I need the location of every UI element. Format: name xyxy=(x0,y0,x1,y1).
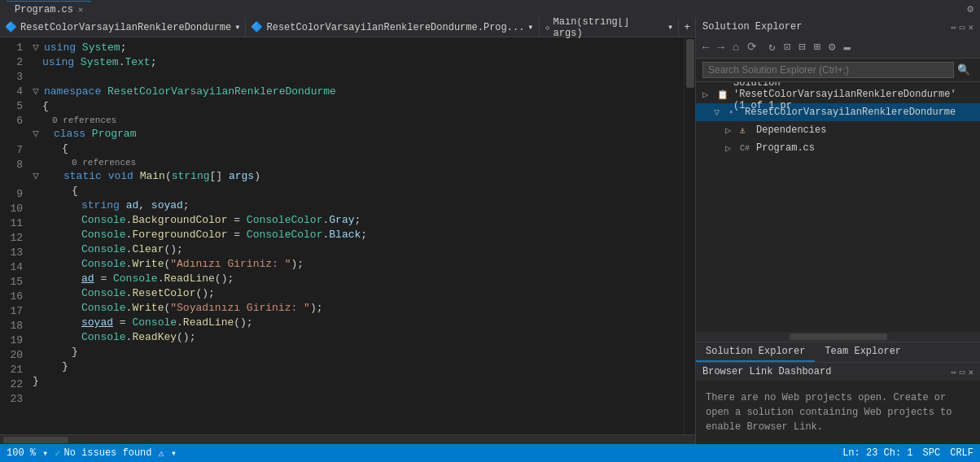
code-line-20: } xyxy=(29,345,684,360)
close-icon[interactable]: ✕ xyxy=(968,22,973,33)
warning-dropdown[interactable]: ▾ xyxy=(171,447,177,460)
solution-explorer-header: Solution Explorer ⇔ ▭ ✕ xyxy=(696,18,980,36)
panel-header-icons: ⇔ ▭ ✕ xyxy=(951,22,973,33)
settings-sol-icon[interactable]: ⚙ xyxy=(825,38,838,55)
pin-icon[interactable]: ⇔ xyxy=(951,22,956,33)
code-editor[interactable]: ▽using System; using System.Text; ▽names… xyxy=(29,37,684,434)
back-icon[interactable]: ← xyxy=(699,39,712,55)
code-line-4: ▽namespace ResetColorVarsayilanRenklereD… xyxy=(29,85,684,99)
status-left: 100 % ▾ ✓ No issues found ⚠ ▾ xyxy=(7,447,177,460)
code-line-5: { xyxy=(29,99,684,114)
program-cs-node[interactable]: ▷ C# Program.cs xyxy=(696,139,980,157)
sol-horizontal-scrollbar[interactable] xyxy=(696,332,980,342)
program-cs-icon: C# xyxy=(740,144,753,153)
home-icon[interactable]: ⌂ xyxy=(729,39,742,55)
code-line-14: Console.Write("Adınızı Giriniz: "); xyxy=(29,257,684,272)
refresh-icon[interactable]: ↻ xyxy=(765,38,778,55)
ln3: 3 xyxy=(0,70,23,85)
horizontal-scrollbar[interactable] xyxy=(0,434,695,444)
collapse-8[interactable]: ▽ xyxy=(33,169,42,184)
filter-icon[interactable]: ⊡ xyxy=(781,38,794,55)
tab-close-icon[interactable]: ✕ xyxy=(78,5,83,15)
status-right: Ln: 23 Ch: 1 SPC CRLF xyxy=(842,447,973,459)
sol-hscroll-thumb xyxy=(790,333,887,340)
browser-link-icons: ⇔ ▭ ✕ xyxy=(951,367,973,377)
code-line-1: ▽using System; xyxy=(29,41,684,55)
browser-link-content: There are no Web projects open. Create o… xyxy=(696,381,980,444)
main-area: 🔷 ResetColorVarsayilanRenklereDondurme ▾… xyxy=(0,18,980,444)
code-line-19: Console.ReadKey(); xyxy=(29,330,684,345)
class-dropdown[interactable]: 🔷 ResetColorVarsayilanRenklereDondurme.P… xyxy=(246,18,539,37)
warning-icon[interactable]: ⚠ xyxy=(159,447,164,460)
spc-indicator[interactable]: SPC xyxy=(923,447,941,459)
collapse-6[interactable]: ▽ xyxy=(33,127,42,142)
line-col: Ln: 23 Ch: 1 xyxy=(842,447,912,459)
browser-pin-icon[interactable]: ⇔ xyxy=(951,367,956,377)
maximize-icon[interactable]: ▭ xyxy=(960,22,965,33)
search-solution-box: 🔍 xyxy=(696,59,980,82)
hscroll-thumb xyxy=(3,437,68,443)
forward-icon[interactable]: → xyxy=(714,39,727,55)
project-icon: ▪ xyxy=(728,107,742,117)
status-bar: 100 % ▾ ✓ No issues found ⚠ ▾ Ln: 23 Ch:… xyxy=(0,444,980,462)
tab-solution-explorer[interactable]: Solution Explorer xyxy=(696,342,815,362)
namespace-dropdown[interactable]: 🔷 ResetColorVarsayilanRenklereDondurme ▾ xyxy=(0,18,246,37)
project-label: ResetColorVarsayilanRenklereDondurme xyxy=(745,107,956,118)
ln18: 18 xyxy=(0,319,23,333)
more-icon[interactable]: ▬ xyxy=(840,39,853,55)
code-line-16: Console.ResetColor(); xyxy=(29,286,684,301)
code-area[interactable]: 1 2 3 4 5 6 7 8 9 10 11 12 13 14 15 16 1… xyxy=(0,37,695,434)
class-chevron: ▾ xyxy=(527,21,533,33)
method-label: Main(string[] args) xyxy=(553,18,664,39)
editor-toolbar: 🔷 ResetColorVarsayilanRenklereDondurme ▾… xyxy=(0,18,695,37)
zoom-dropdown[interactable]: ▾ xyxy=(42,447,48,460)
code-line-ref2: 0 references xyxy=(29,156,684,169)
ln13: 13 xyxy=(0,246,23,260)
dependencies-icon: ⚓ xyxy=(740,125,753,136)
zoom-level[interactable]: 100 % xyxy=(7,447,36,459)
collapse-4[interactable]: ▽ xyxy=(33,85,42,99)
solution-tree: ▷ 📋 Solution 'ResetColorVarsayilanRenkle… xyxy=(696,82,980,332)
collapse-all-icon[interactable]: ⊟ xyxy=(795,38,808,55)
search-solution-icon[interactable]: 🔍 xyxy=(954,62,973,78)
settings-icon[interactable]: ⚙ xyxy=(967,2,973,15)
class-icon: 🔷 xyxy=(251,21,263,33)
code-line-8: ▽static void Main(string[] args) xyxy=(29,169,684,184)
search-solution-input[interactable] xyxy=(702,62,954,78)
ln17: 17 xyxy=(0,304,23,319)
line-numbers: 1 2 3 4 5 6 7 8 9 10 11 12 13 14 15 16 1… xyxy=(0,37,29,434)
panel-tabs: Solution Explorer Team Explorer xyxy=(696,342,980,362)
crlf-indicator[interactable]: CRLF xyxy=(950,447,973,459)
right-panel: Solution Explorer ⇔ ▭ ✕ ← → ⌂ ⟳ ↻ ⊡ ⊟ ⊞ … xyxy=(695,18,980,444)
ln1: 1 xyxy=(0,41,23,55)
namespace-icon: 🔷 xyxy=(5,21,17,33)
code-line-3 xyxy=(29,70,684,85)
editor-tab[interactable]: Program.cs ✕ xyxy=(7,1,91,18)
namespace-chevron: ▾ xyxy=(234,21,240,33)
vertical-scrollbar[interactable] xyxy=(684,37,695,434)
solution-node[interactable]: ▷ 📋 Solution 'ResetColorVarsayilanRenkle… xyxy=(696,85,980,103)
ln11: 11 xyxy=(0,216,23,231)
browser-maximize-icon[interactable]: ▭ xyxy=(960,367,965,377)
code-line-17: Console.Write("Soyadınızı Giriniz: "); xyxy=(29,301,684,316)
view-icon[interactable]: ⊞ xyxy=(811,38,824,55)
browser-close-icon[interactable]: ✕ xyxy=(968,367,973,377)
editor-container: 🔷 ResetColorVarsayilanRenklereDondurme ▾… xyxy=(0,18,695,444)
method-dropdown[interactable]: ⬦ Main(string[] args) ▾ xyxy=(540,18,680,37)
browser-link-title: Browser Link Dashboard xyxy=(702,366,831,377)
solution-toolbar: ← → ⌂ ⟳ ↻ ⊡ ⊟ ⊞ ⚙ ▬ xyxy=(696,36,980,59)
tab-label: Program.cs xyxy=(15,4,73,15)
code-line-15: ad = Console.ReadLine(); xyxy=(29,272,684,286)
add-tab-button[interactable]: + xyxy=(679,21,695,33)
code-line-10: string ad, soyad; xyxy=(29,198,684,213)
ln19: 19 xyxy=(0,333,23,348)
dependencies-node[interactable]: ▷ ⚓ Dependencies xyxy=(696,121,980,139)
program-cs-label: Program.cs xyxy=(756,142,815,154)
tab-team-explorer[interactable]: Team Explorer xyxy=(815,342,911,362)
code-line-13: Console.Clear(); xyxy=(29,242,684,257)
sync-icon[interactable]: ⟳ xyxy=(744,38,760,55)
no-issues-text: No issues found xyxy=(63,447,151,459)
code-line-ref1: 0 references xyxy=(29,114,684,127)
ln22: 22 xyxy=(0,377,23,392)
collapse-1[interactable]: ▽ xyxy=(33,41,42,55)
